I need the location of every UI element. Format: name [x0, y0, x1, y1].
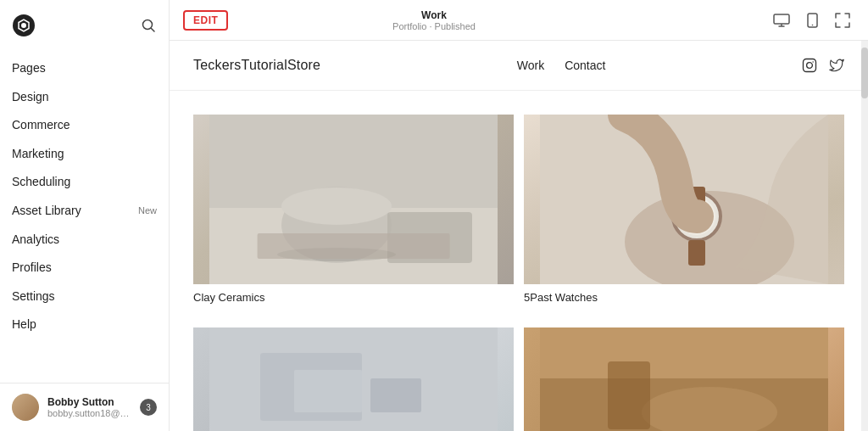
svg-rect-30 [370, 378, 421, 412]
portfolio-image-bottom-right [524, 327, 844, 431]
svg-point-15 [281, 188, 392, 225]
portfolio-grid: Clay Ceramics [170, 91, 868, 431]
sidebar-item-marketing[interactable]: Marketing [0, 140, 169, 169]
asset-library-badge: New [138, 204, 157, 217]
sidebar-header [0, 0, 169, 48]
sidebar-item-commerce[interactable]: Commerce [0, 111, 169, 140]
desktop-view-icon[interactable] [770, 8, 793, 32]
svg-rect-16 [387, 212, 472, 263]
svg-point-2 [143, 20, 153, 30]
sidebar-item-pages[interactable]: Pages [0, 54, 169, 83]
portfolio-item-bottom-left[interactable] [193, 327, 514, 431]
site-nav-contact[interactable]: Contact [565, 59, 605, 72]
sidebar-item-asset-library[interactable]: Asset Library New [0, 197, 169, 226]
sidebar: Pages Design Commerce Marketing Scheduli… [0, 0, 170, 431]
site-nav: Work Contact [517, 59, 606, 72]
svg-point-10 [807, 63, 813, 69]
portfolio-item-bottom-right[interactable] [524, 327, 844, 431]
squarespace-logo[interactable] [12, 14, 36, 37]
avatar[interactable] [12, 394, 39, 421]
sidebar-item-design[interactable]: Design [0, 83, 169, 112]
preview-scroll[interactable]: TeckersTutorialStore Work Contact [170, 41, 868, 431]
portfolio-item-ceramics[interactable]: Clay Ceramics [193, 115, 514, 317]
user-email: bobby.sutton18@gmail.com [47, 408, 131, 418]
expand-view-icon[interactable] [831, 8, 854, 32]
sidebar-nav: Pages Design Commerce Marketing Scheduli… [0, 48, 169, 383]
site-header: TeckersTutorialStore Work Contact [170, 41, 868, 91]
site-status: Portfolio · Published [392, 21, 476, 31]
svg-rect-29 [294, 370, 362, 412]
scrollbar[interactable] [861, 41, 868, 431]
svg-rect-9 [803, 59, 815, 72]
svg-point-8 [811, 24, 813, 25]
twitter-icon[interactable] [829, 58, 844, 73]
user-name: Bobby Sutton [47, 396, 131, 408]
sidebar-footer: Bobby Sutton bobby.sutton18@gmail.com 3 [0, 383, 169, 431]
user-info: Bobby Sutton bobby.sutton18@gmail.com [47, 396, 131, 418]
svg-rect-34 [608, 361, 650, 429]
portfolio-image-bottom-left [193, 327, 514, 431]
sidebar-item-profiles[interactable]: Profiles [0, 254, 169, 283]
site-title: Work [392, 9, 476, 21]
portfolio-item-watches[interactable]: 5Past Watches [524, 115, 844, 317]
portfolio-image-watches [524, 115, 844, 284]
sidebar-item-settings[interactable]: Settings [0, 283, 169, 311]
top-bar: EDIT Work Portfolio · Published [170, 0, 868, 41]
search-icon[interactable] [140, 17, 157, 34]
site-logo: TeckersTutorialStore [193, 58, 320, 73]
site-social [802, 58, 844, 73]
svg-rect-26 [688, 240, 705, 266]
main-area: EDIT Work Portfolio · Published [170, 0, 868, 431]
portfolio-image-ceramics [193, 115, 514, 284]
notification-badge[interactable]: 3 [140, 399, 157, 416]
svg-point-17 [277, 248, 396, 261]
sidebar-item-help[interactable]: Help [0, 311, 169, 339]
svg-line-3 [152, 29, 155, 32]
preview-frame: TeckersTutorialStore Work Contact [170, 41, 868, 431]
sidebar-item-analytics[interactable]: Analytics [0, 226, 169, 255]
top-bar-left: EDIT [183, 10, 228, 31]
site-nav-work[interactable]: Work [517, 59, 544, 72]
portfolio-caption-ceramics: Clay Ceramics [193, 291, 514, 317]
top-bar-center: Work Portfolio · Published [392, 9, 476, 31]
mobile-view-icon[interactable] [800, 8, 824, 32]
instagram-icon[interactable] [802, 58, 817, 73]
top-bar-right [770, 8, 854, 32]
edit-button[interactable]: EDIT [183, 10, 228, 31]
svg-point-11 [812, 61, 814, 63]
svg-rect-4 [774, 14, 789, 24]
svg-point-1 [21, 23, 26, 28]
portfolio-caption-watches: 5Past Watches [524, 291, 844, 317]
sidebar-item-scheduling[interactable]: Scheduling [0, 168, 169, 197]
scrollbar-thumb[interactable] [861, 48, 868, 98]
